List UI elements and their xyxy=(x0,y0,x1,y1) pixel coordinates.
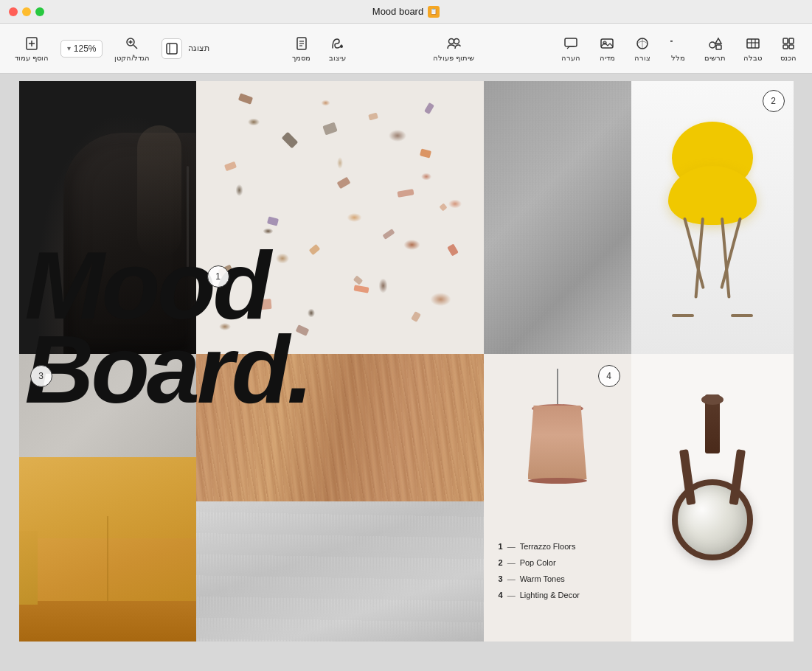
fur-texture xyxy=(196,501,484,642)
zoom-level: 125% xyxy=(74,44,97,54)
window-controls xyxy=(9,7,44,16)
caption-num-3: 3 xyxy=(499,571,503,587)
comment-icon xyxy=(563,35,579,52)
toolbar-insert[interactable]: הכנס xyxy=(774,32,803,65)
toolbar-right-group: עיצוב מסמך xyxy=(286,32,352,65)
caption-dash-2: — xyxy=(507,554,516,571)
svg-rect-16 xyxy=(565,38,577,46)
badge-3: 3 xyxy=(30,365,52,387)
toolbar-add-page[interactable]: הוסף עמוד xyxy=(9,32,55,65)
insert-label: הכנס xyxy=(780,54,797,62)
toolbar-zoom[interactable]: הגדל/הקטן xyxy=(108,32,156,65)
caption-item-4: 4 — Lighting & Decor xyxy=(499,587,580,603)
svg-text:T: T xyxy=(670,38,673,50)
svg-point-8 xyxy=(709,42,715,48)
toolbar-text[interactable]: T מלל xyxy=(663,32,693,65)
canvas-area: Mood Board. xyxy=(0,74,812,671)
document-label: מסמך xyxy=(292,54,310,62)
cell-concrete xyxy=(484,81,631,354)
svg-rect-0 xyxy=(783,38,788,44)
cell-sofa: 3 xyxy=(19,354,196,642)
toolbar-design[interactable]: עיצוב xyxy=(322,32,352,65)
toolbar-comment[interactable]: הערה xyxy=(555,32,586,65)
caption-dash-1: — xyxy=(507,538,516,554)
caption-item-1: 1 — Terrazzo Floors xyxy=(499,538,580,554)
caption-text-2: Pop Color xyxy=(520,554,556,571)
toolbar-table[interactable]: טבלה xyxy=(738,32,768,65)
comment-label: הערה xyxy=(561,54,580,62)
minimize-button[interactable] xyxy=(22,7,31,16)
cell-lamp-captions: 4 1 — Terrazzo Floors 2 — Pop Color 3 — … xyxy=(484,354,631,642)
captions-list: 1 — Terrazzo Floors 2 — Pop Color 3 — Wa… xyxy=(499,538,580,603)
close-button[interactable] xyxy=(9,7,18,16)
table-icon xyxy=(745,35,761,52)
title-text: Mood board xyxy=(372,6,423,17)
svg-rect-31 xyxy=(167,44,177,54)
toolbar-document[interactable]: מסמך xyxy=(286,32,316,65)
cell-mirror xyxy=(631,354,794,642)
insert-icon xyxy=(780,35,797,52)
collaborate-icon xyxy=(445,35,462,52)
shapes-icon xyxy=(707,35,723,52)
text-label: מלל xyxy=(671,54,685,62)
document-icon xyxy=(294,35,310,52)
svg-line-28 xyxy=(133,45,137,49)
zoom-icon xyxy=(124,35,140,52)
collaborate-label: שיתוף פעולה xyxy=(433,54,474,62)
table-label: טבלה xyxy=(743,54,762,62)
svg-rect-14 xyxy=(601,39,613,48)
toolbar-collaborate[interactable]: שיתוף פעולה xyxy=(427,32,480,65)
mirror-strap-sides xyxy=(676,450,749,494)
doc-type-icon: 📋 xyxy=(428,6,440,18)
title-bar: Mood board 📋 xyxy=(0,0,812,24)
toolbar: הכנס טבלה תרשים T מלל צורה xyxy=(0,24,812,74)
badge-1: 1 xyxy=(207,265,229,288)
page-canvas: Mood Board. xyxy=(19,81,794,642)
caption-num-4: 4 xyxy=(499,587,503,603)
add-page-icon xyxy=(24,35,40,52)
text-icon: T xyxy=(670,35,686,52)
cell-wood-fur xyxy=(196,354,484,642)
toolbar-center-group: שיתוף פעולה xyxy=(427,32,480,65)
svg-point-18 xyxy=(454,38,459,44)
caption-dash-3: — xyxy=(507,571,516,587)
chair-illustration xyxy=(653,122,771,328)
zoom-label: הגדל/הקטן xyxy=(114,54,150,62)
badge-4: 4 xyxy=(598,365,620,387)
svg-rect-2 xyxy=(783,45,788,49)
caption-item-2: 2 — Pop Color xyxy=(499,554,580,571)
badge-2: 2 xyxy=(763,90,785,112)
toolbar-shape[interactable]: צורה xyxy=(628,32,657,65)
svg-point-17 xyxy=(449,38,454,44)
zoom-control[interactable]: ▾ 125% xyxy=(60,40,103,58)
lamp-bottom xyxy=(528,478,587,484)
pendant-lamp xyxy=(499,369,617,531)
lamp-shade xyxy=(528,406,587,479)
svg-rect-1 xyxy=(789,38,794,44)
wood-texture xyxy=(196,354,484,501)
svg-marker-9 xyxy=(715,38,721,44)
toolbar-shapes[interactable]: תרשים xyxy=(698,32,732,65)
svg-rect-10 xyxy=(716,45,721,49)
caption-num-1: 1 xyxy=(499,538,503,554)
window-title: Mood board 📋 xyxy=(372,6,440,18)
caption-text-1: Terrazzo Floors xyxy=(520,538,576,554)
cell-leather xyxy=(19,81,196,354)
view-label: תצוגה xyxy=(188,44,209,53)
sidebar-toggle-button[interactable] xyxy=(162,38,182,59)
zoom-chevron: ▾ xyxy=(67,44,71,52)
toolbar-left-group: הכנס טבלה תרשים T מלל צורה xyxy=(555,32,803,65)
shape-label: צורה xyxy=(634,54,650,62)
design-label: עיצוב xyxy=(329,54,346,62)
mirror-illustration xyxy=(664,394,760,601)
toolbar-media[interactable]: מדיה xyxy=(592,32,622,65)
svg-rect-4 xyxy=(747,39,759,48)
add-page-label: הוסף עמוד xyxy=(15,54,49,62)
cell-terrazzo: Mood Board. xyxy=(196,81,484,354)
caption-dash-4: — xyxy=(507,587,516,603)
shape-icon xyxy=(634,35,650,52)
caption-text-4: Lighting & Decor xyxy=(520,587,580,603)
design-icon xyxy=(329,35,345,52)
caption-text-3: Warm Tones xyxy=(520,571,565,587)
maximize-button[interactable] xyxy=(35,7,44,16)
